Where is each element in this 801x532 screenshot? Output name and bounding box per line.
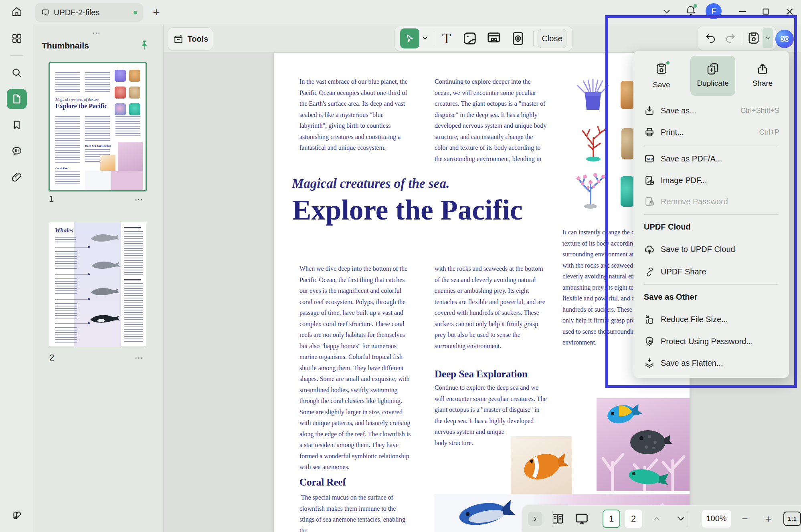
thumbnail-1-menu[interactable]: ⋯	[135, 195, 144, 203]
menu-item-updf-share[interactable]: UPDF Share	[641, 261, 782, 282]
sidebar-item-bookmarks[interactable]	[10, 118, 24, 132]
actual-size-button[interactable]: 1:1	[783, 512, 801, 526]
save-menu-trigger[interactable]	[763, 28, 773, 48]
current-page-input[interactable]: 1	[603, 510, 620, 528]
thumbnail-page-1[interactable]: Magical creatures of the sea. Explore th…	[49, 62, 147, 191]
thumb-deep-heading: Deep Sea Exploration	[85, 144, 111, 147]
minimize-button[interactable]	[737, 6, 748, 17]
doc-paragraph-right: It can instantly change the color and te…	[562, 227, 633, 351]
plus-icon: +	[153, 6, 160, 19]
document-page[interactable]: In the vast embrace of our blue planet, …	[274, 53, 690, 532]
menu-action-save[interactable]: Save	[639, 56, 684, 96]
zoom-in-button[interactable]: +	[760, 511, 776, 527]
thumbnail-page-2[interactable]: Whales	[49, 222, 146, 347]
avatar-initial: F	[712, 7, 716, 16]
zoom-level[interactable]: 100%	[702, 510, 731, 528]
menu-divider	[644, 214, 779, 215]
doc-deep-heading: Deep Sea Exploration	[435, 369, 528, 380]
zoom-out-button[interactable]: −	[737, 511, 753, 527]
toolbar-divider	[433, 31, 433, 46]
sidebar-item-search[interactable]	[10, 66, 24, 80]
next-page-chevron-button[interactable]	[673, 511, 689, 527]
image-tool-button[interactable]	[462, 30, 478, 48]
redo-button[interactable]	[724, 32, 737, 44]
link-icon	[644, 266, 655, 277]
menu-item-save-to-cloud[interactable]: Save to UPDF Cloud	[641, 239, 782, 260]
presentation-button[interactable]	[572, 510, 591, 528]
orca-illustration	[89, 312, 121, 326]
previous-page-button[interactable]	[649, 511, 665, 527]
thumb-coral-heading: Coral Reef	[55, 167, 68, 170]
watermark-tool-button[interactable]	[510, 30, 526, 48]
thumb-script-title: Magical creatures of the sea.	[55, 98, 99, 102]
grid-icon	[11, 32, 23, 44]
doc-paragraph-1: In the vast embrace of our blue planet, …	[299, 76, 417, 156]
bookmark-icon	[11, 119, 22, 131]
tools-button[interactable]: Tools	[168, 27, 213, 50]
menu-section-cloud: UPDF Cloud	[644, 222, 691, 232]
home-icon	[11, 6, 23, 18]
sidebar-item-appearance[interactable]	[10, 508, 24, 522]
text-tool-button[interactable]: T	[439, 30, 455, 47]
doc-coral-heading: Coral Reef	[299, 477, 346, 488]
tab-title: UPDF-2-files	[54, 8, 99, 17]
menu-item-reduce-size[interactable]: Reduce File Size...	[641, 309, 782, 330]
coral-sliver	[621, 81, 634, 109]
thumbnail-2-menu[interactable]: ⋯	[135, 354, 144, 362]
close-window-button[interactable]	[784, 6, 795, 17]
menu-item-save-as[interactable]: Save as... Ctrl+Shift+S	[641, 100, 782, 121]
menu-item-protect-password[interactable]: Protect Using Password...	[641, 331, 782, 352]
save-button[interactable]	[746, 31, 761, 45]
shortcut-label: Ctrl+Shift+S	[740, 107, 779, 115]
close-edit-button[interactable]: Close	[538, 29, 566, 48]
clownfish-photo	[511, 436, 572, 494]
sidebar-item-apps[interactable]	[10, 32, 24, 45]
document-icon	[11, 93, 23, 105]
sidebar-divider	[10, 55, 23, 56]
menu-item-image-pdf[interactable]: Image PDF...	[641, 170, 782, 191]
text-tool-icon: T	[442, 31, 451, 46]
link-tool-button[interactable]	[486, 30, 502, 48]
toolbar-divider	[533, 31, 534, 46]
pin-icon	[139, 39, 150, 51]
thumb-mini-image	[115, 70, 126, 82]
notification-button[interactable]	[685, 4, 698, 18]
menu-item-print[interactable]: Print... Ctrl+P	[641, 122, 782, 143]
thumbnail-2-label: 2	[49, 353, 54, 363]
menu-divider	[644, 284, 779, 285]
menu-item-remove-password[interactable]: Remove Password	[641, 191, 782, 212]
pin-panel-button[interactable]	[139, 39, 150, 53]
document-tab[interactable]: UPDF-2-files	[35, 3, 143, 22]
reader-mode-button[interactable]	[549, 510, 566, 528]
select-tool-chevron-icon[interactable]	[421, 34, 429, 42]
sidebar-item-attachments[interactable]	[10, 171, 24, 184]
remove-password-icon	[644, 196, 655, 207]
page-link-icon	[486, 30, 502, 46]
thumb-mini-image	[115, 87, 126, 99]
menu-action-duplicate[interactable]: Duplicate	[690, 56, 735, 96]
panel-drag-handle[interactable]: ⋯	[92, 29, 101, 37]
shield-lock-icon	[644, 336, 655, 347]
doc-paragraph-3: When we dive deep into the bottom of the…	[299, 263, 417, 475]
thumb-photo	[85, 171, 143, 190]
new-tab-button[interactable]: +	[150, 6, 163, 19]
duplicate-icon	[706, 62, 720, 76]
ai-assistant-button[interactable]	[775, 30, 794, 48]
sidebar-item-thumbnails[interactable]	[7, 89, 27, 109]
next-page-button[interactable]: 2	[625, 510, 642, 528]
home-button[interactable]	[10, 5, 24, 18]
sidebar-item-comments[interactable]	[10, 144, 24, 158]
select-tool-button[interactable]	[400, 28, 419, 48]
menu-item-save-as-pdfa[interactable]: PDF/A Save as PDF/A...	[641, 148, 782, 169]
thumb-photo	[100, 155, 115, 171]
account-avatar[interactable]: F	[706, 3, 722, 19]
thumb-mini-image	[129, 70, 140, 82]
maximize-button[interactable]	[760, 6, 771, 17]
collapse-bar-button[interactable]	[528, 512, 542, 526]
undo-button[interactable]	[704, 32, 717, 44]
titlebar-chevron-down-icon[interactable]	[661, 6, 672, 17]
tools-label: Tools	[188, 34, 208, 44]
menu-item-save-flatten[interactable]: Save as Flatten...	[641, 353, 782, 373]
menu-action-share[interactable]: Share	[740, 56, 785, 96]
printer-icon	[644, 127, 655, 138]
